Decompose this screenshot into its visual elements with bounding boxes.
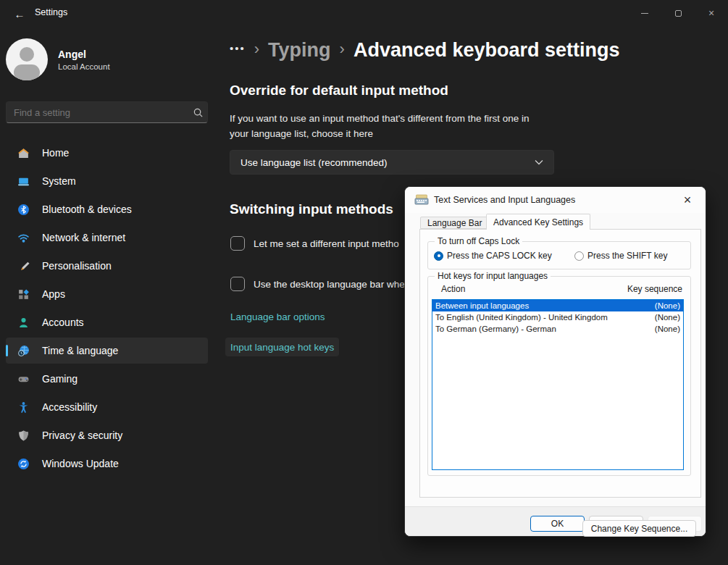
hot-keys-group: Hot keys for input languages Action Key … <box>427 276 691 476</box>
avatar <box>6 38 48 80</box>
row-key-sequence: (None) <box>655 301 680 310</box>
close-button[interactable]: × <box>695 0 728 26</box>
settings-window: ← Settings × Angel Local Account <box>0 0 728 565</box>
row-action: To English (United Kingdom) - United Kin… <box>435 313 655 322</box>
sidebar-nav: Home System Bluetooth & devices Network … <box>6 140 208 479</box>
sidebar-item-accessibility[interactable]: Accessibility <box>6 394 208 420</box>
chevron-down-icon <box>535 159 553 165</box>
breadcrumb-ellipsis-button[interactable]: ••• <box>230 42 246 59</box>
sidebar-item-gaming[interactable]: Gaming <box>6 366 208 392</box>
app-title: Settings <box>35 7 67 17</box>
radio-label: Press the CAPS LOCK key <box>447 251 552 261</box>
accounts-icon <box>17 316 30 329</box>
ok-button[interactable]: OK <box>530 516 585 532</box>
row-key-sequence: (None) <box>655 313 680 322</box>
checkbox-label: Let me set a different input metho <box>254 238 399 249</box>
desktop-language-bar-row: Use the desktop language bar whe <box>230 277 405 291</box>
gaming-icon <box>17 372 30 385</box>
shift-key-radio[interactable]: Press the SHIFT key <box>574 251 667 261</box>
apps-icon <box>17 288 30 301</box>
user-name: Angel <box>58 49 110 60</box>
privacy-icon <box>17 429 30 442</box>
input-language-hot-keys-highlight: Input language hot keys <box>225 338 339 356</box>
tab-advanced-key-settings[interactable]: Advanced Key Settings <box>486 214 590 230</box>
caps-lock-key-radio[interactable]: Press the CAPS LOCK key <box>434 251 552 261</box>
language-bar-options-link[interactable]: Language bar options <box>230 311 325 322</box>
chevron-right-icon: › <box>254 40 259 62</box>
dialog-titlebar[interactable]: Text Services and Input Languages × <box>405 187 706 213</box>
hot-keys-group-title: Hot keys for input languages <box>435 271 551 281</box>
sidebar-item-windows-update[interactable]: Windows Update <box>6 451 208 477</box>
sidebar-item-label: Gaming <box>42 373 78 385</box>
override-section-heading: Override for default input method <box>230 83 448 99</box>
page-title: Advanced keyboard settings <box>353 39 620 62</box>
sidebar-item-apps[interactable]: Apps <box>6 281 208 307</box>
back-arrow-icon: ← <box>14 8 25 20</box>
sidebar-item-accounts[interactable]: Accounts <box>6 309 208 335</box>
sidebar-item-system[interactable]: System <box>6 168 208 194</box>
user-account-card[interactable]: Angel Local Account <box>6 36 209 83</box>
sidebar-item-label: Personalisation <box>42 260 112 272</box>
sidebar-item-label: Accounts <box>42 317 84 328</box>
advanced-key-settings-panel: To turn off Caps Lock Press the CAPS LOC… <box>419 229 701 498</box>
window-controls: × <box>628 0 728 26</box>
search-box[interactable] <box>6 101 208 123</box>
radio-selected-icon <box>434 251 443 261</box>
row-key-sequence: (None) <box>655 325 680 333</box>
override-description-line2: your language list, choose it here <box>230 127 570 142</box>
chevron-right-icon: › <box>340 40 345 62</box>
sidebar-item-label: Network & internet <box>42 232 125 243</box>
keyboard-icon <box>414 193 429 208</box>
back-button[interactable]: ← <box>7 4 32 23</box>
breadcrumb-typing[interactable]: Typing <box>268 39 330 62</box>
windows-update-icon <box>17 457 30 470</box>
override-description-line1: If you want to use an input method that'… <box>230 112 570 127</box>
sidebar-item-bluetooth-devices[interactable]: Bluetooth & devices <box>6 196 208 222</box>
minimize-icon <box>641 13 648 14</box>
text-services-dialog: Text Services and Input Languages × Lang… <box>404 186 706 537</box>
dropdown-selected-value: Use language list (recommended) <box>230 157 535 168</box>
input-language-hot-keys-link[interactable]: Input language hot keys <box>230 342 334 353</box>
hot-keys-listbox[interactable]: Between input languages (None) To Englis… <box>432 299 684 470</box>
caps-lock-group-title: To turn off Caps Lock <box>435 236 522 246</box>
desktop-language-bar-checkbox[interactable] <box>230 277 245 291</box>
time-language-icon <box>17 344 30 357</box>
network-icon <box>17 231 30 244</box>
radio-unselected-icon <box>574 251 584 261</box>
sidebar-item-home[interactable]: Home <box>6 140 208 166</box>
sidebar: Angel Local Account Home System Bluetoot… <box>0 26 217 565</box>
user-account-type: Local Account <box>58 62 110 71</box>
dialog-close-button[interactable]: × <box>679 191 696 209</box>
input-method-dropdown[interactable]: Use language list (recommended) <box>230 150 554 175</box>
different-input-method-checkbox[interactable] <box>230 236 245 251</box>
sidebar-item-label: Apps <box>42 288 65 300</box>
override-description: If you want to use an input method that'… <box>230 112 570 142</box>
app-titlebar: ← Settings × <box>0 0 728 26</box>
hotkey-row-german[interactable]: To German (Germany) - German (None) <box>432 323 683 335</box>
personalisation-icon <box>17 259 30 272</box>
sidebar-item-network-internet[interactable]: Network & internet <box>6 225 208 251</box>
sidebar-item-label: Home <box>42 147 69 159</box>
maximize-icon <box>675 10 682 17</box>
different-input-method-row: Let me set a different input metho <box>230 236 399 251</box>
hotkey-row-english-uk[interactable]: To English (United Kingdom) - United Kin… <box>432 311 683 323</box>
accessibility-icon <box>17 401 30 414</box>
sidebar-item-privacy-security[interactable]: Privacy & security <box>6 422 208 448</box>
search-input[interactable] <box>7 107 188 118</box>
radio-label: Press the SHIFT key <box>587 251 667 261</box>
dialog-title: Text Services and Input Languages <box>434 195 575 205</box>
change-key-sequence-button[interactable]: Change Key Sequence... <box>582 520 696 537</box>
minimize-button[interactable] <box>628 0 661 26</box>
sidebar-item-label: Time & language <box>42 345 118 356</box>
hotkey-row-between-languages[interactable]: Between input languages (None) <box>432 300 683 311</box>
row-action: To German (Germany) - German <box>435 325 655 333</box>
sidebar-item-time-language[interactable]: Time & language <box>6 338 208 364</box>
tab-language-bar[interactable]: Language Bar <box>420 217 489 229</box>
maximize-button[interactable] <box>661 0 695 26</box>
action-column-header: Action <box>441 284 465 294</box>
home-icon <box>17 146 30 159</box>
sidebar-item-label: Privacy & security <box>42 430 122 441</box>
sidebar-item-personalisation[interactable]: Personalisation <box>6 253 208 279</box>
caps-lock-group: To turn off Caps Lock Press the CAPS LOC… <box>427 241 691 269</box>
switching-section-heading: Switching input methods <box>230 201 393 217</box>
